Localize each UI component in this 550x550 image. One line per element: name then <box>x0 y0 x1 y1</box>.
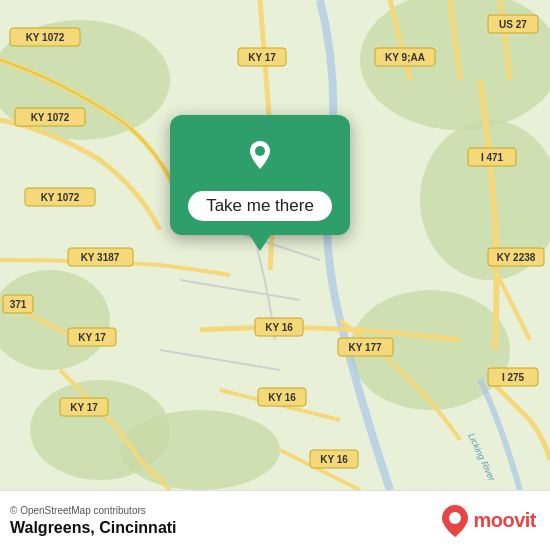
svg-text:KY 1072: KY 1072 <box>31 112 70 123</box>
svg-text:KY 17: KY 17 <box>248 52 276 63</box>
svg-text:KY 16: KY 16 <box>265 322 293 333</box>
svg-text:KY 1072: KY 1072 <box>41 192 80 203</box>
moovit-logo: moovit <box>442 505 536 537</box>
map-container: KY 1072 KY 1072 KY 1072 KY 17 KY 9;AA US… <box>0 0 550 490</box>
bottom-left-info: © OpenStreetMap contributors Walgreens, … <box>10 505 177 537</box>
map-svg: KY 1072 KY 1072 KY 1072 KY 17 KY 9;AA US… <box>0 0 550 490</box>
svg-text:KY 177: KY 177 <box>348 342 382 353</box>
svg-text:KY 17: KY 17 <box>70 402 98 413</box>
location-name: Walgreens, Cincinnati <box>10 519 177 537</box>
svg-text:US 27: US 27 <box>499 19 527 30</box>
svg-text:KY 17: KY 17 <box>78 332 106 343</box>
svg-text:KY 2238: KY 2238 <box>497 252 536 263</box>
svg-text:I 471: I 471 <box>481 152 504 163</box>
svg-text:I 275: I 275 <box>502 372 525 383</box>
svg-text:KY 3187: KY 3187 <box>81 252 120 263</box>
svg-text:KY 9;AA: KY 9;AA <box>385 52 425 63</box>
moovit-brand-label: moovit <box>473 509 536 532</box>
osm-attribution: © OpenStreetMap contributors <box>10 505 177 516</box>
svg-text:KY 16: KY 16 <box>320 454 348 465</box>
svg-text:KY 1072: KY 1072 <box>26 32 65 43</box>
moovit-pin-icon <box>442 505 468 537</box>
svg-point-44 <box>255 146 265 156</box>
svg-point-7 <box>120 410 280 490</box>
svg-text:371: 371 <box>10 299 27 310</box>
take-me-there-button[interactable]: Take me there <box>188 191 332 221</box>
bottom-bar: © OpenStreetMap contributors Walgreens, … <box>0 490 550 550</box>
svg-text:KY 16: KY 16 <box>268 392 296 403</box>
location-pin-icon <box>238 133 282 177</box>
svg-point-45 <box>449 512 461 524</box>
popup-bubble[interactable]: Take me there <box>170 115 350 235</box>
